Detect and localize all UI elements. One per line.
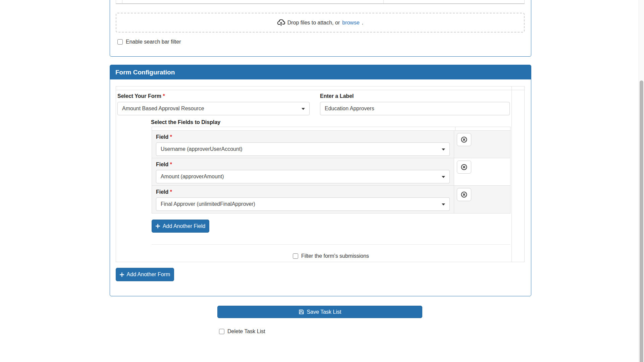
fields-section-title: Select the Fields to Display xyxy=(151,119,220,125)
field-cell: Field * Final Approver (unlimitedFinalAp… xyxy=(152,186,454,213)
field-row-3: Field * Final Approver (unlimitedFinalAp… xyxy=(152,186,510,213)
field-dropdown-1[interactable]: Username (approverUserAccount) xyxy=(156,142,450,156)
required-asterisk: * xyxy=(170,162,172,167)
field-action-cell xyxy=(454,131,510,158)
select-your-form-value: Amount Based Approval Resource xyxy=(122,106,204,112)
add-another-field-button[interactable]: Add Another Field xyxy=(152,220,209,233)
grid-column-divider xyxy=(122,0,122,3)
field-row-2: Field * Amount (approverAmount) xyxy=(152,158,510,186)
chevron-down-icon xyxy=(442,148,445,150)
field-dropdown-1-value: Username (approverUserAccount) xyxy=(161,146,243,152)
enable-search-filter-checkbox[interactable] xyxy=(117,39,123,45)
save-task-list-button[interactable]: Save Task List xyxy=(217,306,422,318)
form-config-main-area: Select Your Form * Amount Based Approval… xyxy=(116,90,512,262)
x-circle-icon xyxy=(461,164,468,171)
fields-table-header-divider xyxy=(455,127,455,130)
fields-table: Field * Username (approverUserAccount) xyxy=(152,127,511,214)
delete-task-list-row: Delete Task List xyxy=(219,328,265,335)
required-asterisk: * xyxy=(170,134,172,140)
filter-submissions-label: Filter the form's submissions xyxy=(301,253,369,259)
fields-table-header-strip xyxy=(152,127,510,131)
field-cell: Field * Amount (approverAmount) xyxy=(152,158,454,185)
field-action-cell xyxy=(454,186,510,213)
chevron-down-icon xyxy=(442,203,445,205)
field-dropdown-2[interactable]: Amount (approverAmount) xyxy=(156,170,450,183)
form-config-body-container: Select Your Form * Amount Based Approval… xyxy=(116,86,525,262)
chevron-down-icon xyxy=(302,108,305,110)
select-your-form-dropdown[interactable]: Amount Based Approval Resource xyxy=(117,102,310,115)
field-row-1: Field * Username (approverUserAccount) xyxy=(152,131,510,158)
required-asterisk: * xyxy=(163,93,165,99)
delete-task-list-checkbox[interactable] xyxy=(219,329,224,334)
field-label: Field * xyxy=(156,189,450,195)
cloud-upload-icon xyxy=(277,19,285,26)
select-your-form-group: Select Your Form * Amount Based Approval… xyxy=(117,93,310,115)
remove-field-1-button[interactable] xyxy=(457,133,471,146)
required-asterisk: * xyxy=(170,189,172,195)
field-dropdown-3-value: Final Approver (unlimitedFinalApprover) xyxy=(161,201,255,207)
enter-a-label-label: Enter a Label xyxy=(320,93,510,99)
browser-scrollbar-track[interactable] xyxy=(639,0,644,362)
data-grid-remnant xyxy=(116,0,525,4)
add-another-field-label: Add Another Field xyxy=(163,223,205,229)
browser-scrollbar-thumb[interactable] xyxy=(640,80,643,362)
section-divider xyxy=(152,244,510,245)
dropzone-text-period: . xyxy=(362,20,363,26)
save-icon xyxy=(299,309,304,315)
plus-icon xyxy=(156,224,160,228)
enable-search-filter-row: Enable search bar filter xyxy=(117,39,181,45)
container-right-column xyxy=(512,86,524,262)
enter-a-label-group: Enter a Label xyxy=(320,93,510,115)
remove-field-2-button[interactable] xyxy=(457,161,471,174)
label-input[interactable] xyxy=(320,102,510,115)
field-dropdown-3[interactable]: Final Approver (unlimitedFinalApprover) xyxy=(156,197,450,211)
form-configuration-panel: Form Configuration Select Your Form * Am… xyxy=(110,65,531,296)
dropzone-text: Drop files to attach, or xyxy=(287,20,340,26)
chevron-down-icon xyxy=(442,176,445,178)
field-action-cell xyxy=(454,158,510,185)
panel-title: Form Configuration xyxy=(115,69,175,76)
save-task-list-label: Save Task List xyxy=(307,309,341,315)
select-your-form-label: Select Your Form * xyxy=(117,93,310,99)
enable-search-filter-label: Enable search bar filter xyxy=(126,39,181,45)
field-label: Field * xyxy=(156,162,450,168)
add-another-form-label: Add Another Form xyxy=(127,272,170,278)
x-circle-icon xyxy=(461,136,468,143)
delete-task-list-label: Delete Task List xyxy=(227,328,265,335)
container-top-strip xyxy=(116,86,524,90)
file-dropzone[interactable]: Drop files to attach, or browse. xyxy=(116,13,525,33)
grid-column-divider xyxy=(383,0,384,3)
top-panel: Drop files to attach, or browse. Enable … xyxy=(110,0,531,57)
add-another-form-button[interactable]: Add Another Form xyxy=(116,268,174,281)
panel-header: Form Configuration xyxy=(110,65,531,79)
field-cell: Field * Username (approverUserAccount) xyxy=(152,131,454,158)
field-dropdown-2-value: Amount (approverAmount) xyxy=(161,174,224,180)
browse-link[interactable]: browse xyxy=(342,20,360,26)
remove-field-3-button[interactable] xyxy=(457,188,471,201)
plus-icon xyxy=(120,273,124,277)
filter-submissions-checkbox[interactable] xyxy=(293,253,298,259)
field-label: Field * xyxy=(156,134,450,140)
filter-submissions-row: Filter the form's submissions xyxy=(152,253,510,259)
x-circle-icon xyxy=(461,191,468,198)
